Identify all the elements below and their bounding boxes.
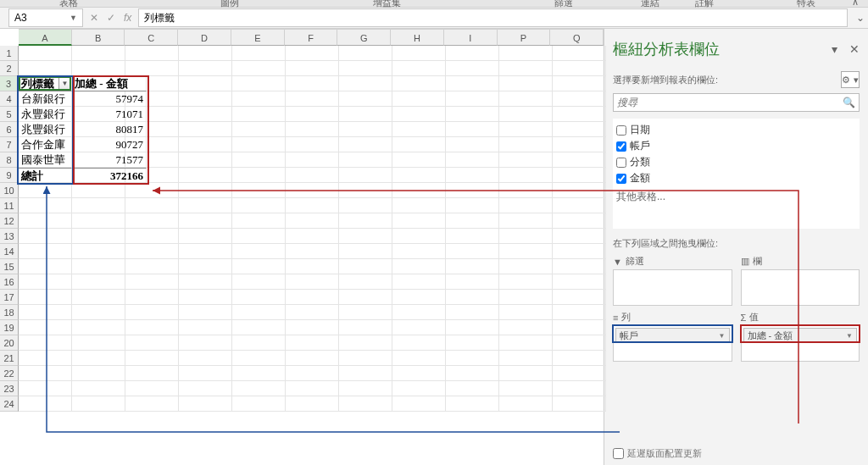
cell[interactable] <box>446 76 499 91</box>
row-header-15[interactable]: 15 <box>0 259 19 274</box>
filter-button[interactable]: ▼ <box>58 77 71 90</box>
cell[interactable] <box>446 305 499 320</box>
cell[interactable] <box>286 229 339 244</box>
cell[interactable] <box>125 305 179 320</box>
cell[interactable] <box>446 259 499 274</box>
row-header-19[interactable]: 19 <box>0 320 19 335</box>
cell[interactable] <box>446 244 499 259</box>
cell[interactable] <box>339 274 392 290</box>
cell[interactable] <box>339 244 392 259</box>
worksheet[interactable]: ABCDEFGHIPQ 1234567891011121314151617181… <box>0 29 604 465</box>
cell[interactable] <box>179 290 232 305</box>
cell[interactable] <box>232 305 286 320</box>
cell[interactable] <box>232 290 286 305</box>
cell[interactable] <box>232 213 286 229</box>
cell-data[interactable]: 列標籤▼ <box>19 76 72 91</box>
cell[interactable] <box>232 351 286 366</box>
cell[interactable] <box>339 76 392 91</box>
cell[interactable] <box>125 198 179 213</box>
more-tables-link[interactable]: 其他表格... <box>616 186 856 208</box>
cell[interactable] <box>446 122 499 137</box>
cell[interactable] <box>499 274 553 290</box>
cell[interactable] <box>339 305 392 320</box>
cell[interactable] <box>72 274 125 290</box>
cell[interactable] <box>499 229 553 244</box>
cell[interactable] <box>125 229 179 244</box>
cell[interactable] <box>339 381 392 396</box>
row-header-2[interactable]: 2 <box>0 61 19 76</box>
cell[interactable] <box>553 168 606 183</box>
cell[interactable] <box>499 46 553 61</box>
cell[interactable] <box>499 290 553 305</box>
cell[interactable] <box>286 183 339 198</box>
cell[interactable] <box>125 335 179 351</box>
cell[interactable] <box>286 213 339 229</box>
row-header-6[interactable]: 6 <box>0 122 19 137</box>
cell[interactable] <box>499 396 553 412</box>
cell[interactable] <box>72 351 125 366</box>
cell[interactable] <box>553 198 606 213</box>
cell[interactable] <box>232 46 286 61</box>
col-header-A[interactable]: A <box>19 30 72 46</box>
cell[interactable] <box>392 259 446 274</box>
cell[interactable] <box>392 366 446 381</box>
gear-icon[interactable]: ⚙ ▾ <box>841 71 860 88</box>
cell[interactable] <box>339 152 392 168</box>
formula-expand-icon[interactable]: ⌄ <box>853 12 868 24</box>
cell[interactable] <box>499 213 553 229</box>
formula-bar[interactable]: 列標籤 <box>138 8 848 27</box>
cell[interactable] <box>232 168 286 183</box>
cell[interactable] <box>499 183 553 198</box>
zone-values-item[interactable]: 加總 - 金額▼ <box>743 328 858 343</box>
confirm-icon[interactable]: ✓ <box>107 12 115 24</box>
name-box[interactable]: A3 ▼ <box>8 8 83 27</box>
cell[interactable] <box>232 107 286 122</box>
cell[interactable] <box>499 137 553 152</box>
cell[interactable] <box>286 76 339 91</box>
cell[interactable] <box>392 91 446 107</box>
cell[interactable] <box>286 320 339 335</box>
cell[interactable] <box>286 259 339 274</box>
zone-columns-box[interactable] <box>741 269 860 306</box>
cell[interactable] <box>392 76 446 91</box>
col-header-F[interactable]: F <box>285 30 338 46</box>
cell[interactable] <box>72 335 125 351</box>
col-header-D[interactable]: D <box>178 30 231 46</box>
row-header-13[interactable]: 13 <box>0 229 19 244</box>
cell[interactable] <box>339 137 392 152</box>
row-header-1[interactable]: 1 <box>0 46 19 61</box>
col-header-B[interactable]: B <box>72 30 125 46</box>
cell[interactable] <box>19 305 72 320</box>
cell[interactable] <box>125 366 179 381</box>
cell[interactable] <box>339 61 392 76</box>
cell[interactable] <box>446 320 499 335</box>
row-header-5[interactable]: 5 <box>0 107 19 122</box>
row-header-3[interactable]: 3 <box>0 76 19 91</box>
row-header-16[interactable]: 16 <box>0 274 19 290</box>
cell[interactable] <box>72 259 125 274</box>
cell[interactable] <box>446 91 499 107</box>
cell[interactable] <box>446 137 499 152</box>
cell[interactable] <box>72 183 125 198</box>
cell[interactable] <box>392 381 446 396</box>
cell[interactable] <box>179 274 232 290</box>
cell[interactable] <box>19 320 72 335</box>
cell[interactable] <box>232 122 286 137</box>
cell[interactable] <box>232 137 286 152</box>
cell[interactable] <box>499 91 553 107</box>
defer-checkbox[interactable] <box>613 448 624 459</box>
field-checkbox[interactable] <box>616 141 626 152</box>
cell[interactable] <box>553 46 606 61</box>
cell-data[interactable]: 總計 <box>19 168 72 183</box>
cell[interactable] <box>553 107 606 122</box>
cell[interactable] <box>125 46 179 61</box>
cell[interactable] <box>339 320 392 335</box>
field-item[interactable]: 分類 <box>616 154 856 170</box>
row-header-7[interactable]: 7 <box>0 137 19 152</box>
cell[interactable] <box>125 213 179 229</box>
cell[interactable] <box>179 198 232 213</box>
cell[interactable] <box>179 259 232 274</box>
cell[interactable] <box>499 320 553 335</box>
cell[interactable] <box>446 168 499 183</box>
cell[interactable] <box>232 244 286 259</box>
